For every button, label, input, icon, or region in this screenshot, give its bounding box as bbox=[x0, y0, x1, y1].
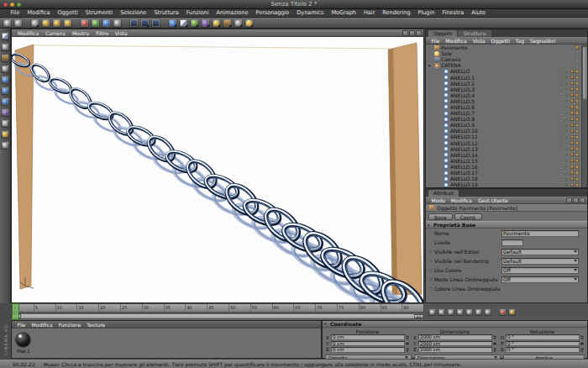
light-object-icon[interactable] bbox=[244, 18, 254, 28]
play-icon[interactable] bbox=[456, 308, 464, 316]
spinner-icon[interactable] bbox=[406, 334, 410, 340]
texture-tag-icon[interactable] bbox=[570, 147, 574, 150]
object-row[interactable]: ANELLO.1 ✓ bbox=[426, 74, 581, 80]
expand-toggle-icon[interactable] bbox=[428, 63, 433, 68]
texture-tag-icon[interactable] bbox=[570, 105, 574, 108]
visibility-dots-icon[interactable] bbox=[560, 140, 563, 146]
phong-tag-icon[interactable] bbox=[575, 159, 579, 162]
viewport-menu-item[interactable]: Camera bbox=[42, 29, 69, 36]
material-thumbnail[interactable] bbox=[16, 333, 30, 347]
visibility-dots-icon[interactable] bbox=[560, 110, 563, 116]
y-axis-lock-icon[interactable] bbox=[91, 18, 100, 28]
lock-panel-icon[interactable] bbox=[580, 197, 585, 203]
camera-object-icon[interactable] bbox=[234, 18, 243, 28]
phong-tag-icon[interactable] bbox=[575, 87, 579, 91]
spinner-icon[interactable] bbox=[493, 347, 497, 353]
snap-icon[interactable] bbox=[1, 141, 9, 150]
position-z-field[interactable]: 0 cm bbox=[331, 347, 405, 353]
object-row[interactable]: ANELLO.4 ✓ bbox=[426, 92, 581, 98]
spinner-icon[interactable] bbox=[493, 334, 497, 340]
object-manager-menu-item[interactable]: Tag bbox=[512, 37, 527, 44]
phong-tag-icon[interactable] bbox=[575, 141, 579, 145]
menubar-item[interactable]: Dynamics bbox=[293, 9, 328, 17]
enable-check-icon[interactable]: ✓ bbox=[564, 146, 568, 151]
phong-tag-icon[interactable] bbox=[575, 76, 579, 79]
visibility-dots-icon[interactable] bbox=[560, 181, 563, 187]
menubar-item[interactable]: Hair bbox=[360, 9, 378, 17]
spinner-icon[interactable] bbox=[493, 341, 497, 347]
move-tool-icon[interactable] bbox=[41, 18, 50, 28]
enable-check-icon[interactable]: ✓ bbox=[564, 111, 568, 116]
spinner-icon[interactable] bbox=[580, 347, 585, 353]
texture-tag-icon[interactable] bbox=[570, 171, 574, 174]
timeline-ruler[interactable]: 051015202530354045505560657075808590 bbox=[11, 303, 424, 313]
object-manager-menu-item[interactable]: Oggetti bbox=[488, 37, 512, 44]
object-row[interactable]: ANELLO.13 ✓ bbox=[426, 146, 581, 152]
visibility-dots-icon[interactable] bbox=[571, 45, 574, 50]
texture-tag-icon[interactable] bbox=[570, 93, 574, 97]
phong-tag-icon[interactable] bbox=[575, 105, 579, 108]
visibility-dots-icon[interactable] bbox=[560, 116, 563, 122]
object-row[interactable]: ANELLO ✓ bbox=[426, 68, 581, 74]
enable-check-icon[interactable]: ✓ bbox=[564, 123, 568, 128]
texture-tag-icon[interactable] bbox=[570, 81, 574, 85]
menubar-item[interactable]: Modifica bbox=[24, 9, 54, 17]
visibility-dots-icon[interactable] bbox=[560, 81, 563, 87]
size-z-field[interactable]: 2000 cm bbox=[418, 347, 492, 353]
edges-mode-icon[interactable] bbox=[1, 87, 9, 95]
attribute-field[interactable]: Off bbox=[501, 267, 579, 274]
workplane-icon[interactable] bbox=[1, 119, 9, 128]
visibility-dots-icon[interactable] bbox=[576, 50, 579, 56]
object-row[interactable]: ANELLO.5 ✓ bbox=[426, 98, 581, 104]
enable-check-icon[interactable]: ✓ bbox=[564, 92, 568, 97]
phong-tag-icon[interactable] bbox=[575, 153, 579, 156]
close-button[interactable] bbox=[3, 3, 8, 7]
visibility-dots-icon[interactable] bbox=[560, 129, 563, 134]
render-view-icon[interactable] bbox=[129, 18, 139, 28]
spinner-icon[interactable] bbox=[580, 341, 585, 347]
object-row[interactable]: Camera ✓ bbox=[426, 56, 581, 62]
menubar-item[interactable]: Animazione bbox=[213, 9, 252, 17]
primitive-cube-icon[interactable] bbox=[168, 18, 177, 28]
visibility-dots-icon[interactable] bbox=[560, 134, 563, 140]
enable-check-icon[interactable]: ✓ bbox=[564, 129, 568, 134]
object-manager-menu-item[interactable]: File bbox=[428, 37, 443, 44]
next-key-icon[interactable] bbox=[475, 308, 482, 316]
object-axis-mode-icon[interactable] bbox=[1, 65, 9, 73]
live-selection-icon[interactable] bbox=[30, 18, 39, 28]
object-row[interactable]: ANELLO.19 ✓ bbox=[426, 181, 581, 187]
visibility-dots-icon[interactable] bbox=[560, 75, 563, 81]
object-row[interactable]: Pavimento ✓ bbox=[426, 45, 581, 50]
texture-tag-icon[interactable] bbox=[570, 124, 574, 127]
minimize-button[interactable] bbox=[10, 3, 14, 7]
deformer-icon[interactable] bbox=[212, 18, 221, 28]
attribute-manager-menu-item[interactable]: Modo bbox=[428, 197, 448, 203]
object-row[interactable]: Sole ✓ bbox=[426, 50, 581, 56]
object-row[interactable]: ANELLO.18 ✓ bbox=[426, 176, 581, 181]
enable-check-icon[interactable]: ✓ bbox=[564, 171, 568, 176]
size-y-field[interactable]: 2000 cm bbox=[418, 341, 492, 347]
scale-tool-icon[interactable] bbox=[52, 18, 61, 28]
model-mode-icon[interactable] bbox=[1, 43, 9, 51]
rotate-tool-icon[interactable] bbox=[63, 18, 72, 28]
visibility-dots-icon[interactable] bbox=[560, 69, 563, 75]
visibility-dots-icon[interactable] bbox=[560, 98, 563, 104]
texture-tag-icon[interactable] bbox=[570, 135, 574, 139]
material-manager-menu-item[interactable]: Funzione bbox=[55, 321, 84, 328]
spinner-icon[interactable] bbox=[406, 347, 410, 353]
lock-icon[interactable] bbox=[1, 130, 9, 139]
enable-check-icon[interactable]: ✓ bbox=[564, 176, 568, 181]
history-forward-icon[interactable] bbox=[573, 197, 579, 203]
visibility-dots-icon[interactable] bbox=[560, 170, 563, 176]
phong-tag-icon[interactable] bbox=[575, 93, 579, 97]
enable-check-icon[interactable]: ✓ bbox=[564, 140, 568, 145]
enable-check-icon[interactable]: ✓ bbox=[564, 164, 568, 169]
object-row[interactable]: ANELLO.3 ✓ bbox=[426, 87, 581, 92]
texture-tag-icon[interactable] bbox=[575, 45, 579, 49]
viewport-menu-icon[interactable] bbox=[416, 30, 422, 36]
viewport-layout-icon[interactable] bbox=[409, 30, 415, 36]
texture-tag-icon[interactable] bbox=[570, 111, 574, 114]
menubar-item[interactable]: Finestra bbox=[438, 9, 468, 17]
visibility-dots-icon[interactable] bbox=[560, 152, 563, 158]
scene-floor-icon[interactable] bbox=[223, 18, 232, 28]
